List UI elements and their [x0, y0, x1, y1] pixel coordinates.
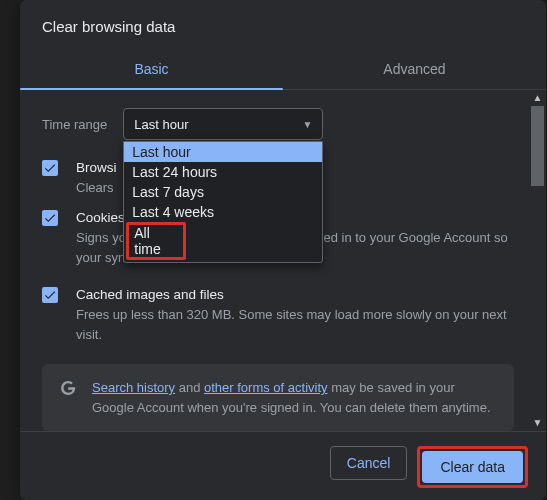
- checkbox-cache[interactable]: [42, 287, 58, 303]
- link-search-history[interactable]: Search history: [92, 380, 175, 395]
- time-range-selected: Last hour: [134, 117, 188, 132]
- time-range-option-last-7-days[interactable]: Last 7 days: [124, 182, 322, 202]
- scrollbar[interactable]: ▲ ▼: [531, 93, 544, 428]
- checkbox-cookies[interactable]: [42, 210, 58, 226]
- time-range-option-last-4-weeks[interactable]: Last 4 weeks: [124, 202, 322, 222]
- highlight-clear-data: Clear data: [417, 446, 528, 488]
- time-range-option-all-time[interactable]: All time: [126, 222, 186, 260]
- google-icon: [58, 378, 78, 398]
- time-range-option-last-hour[interactable]: Last hour: [124, 142, 322, 162]
- scroll-thumb[interactable]: [531, 106, 544, 186]
- tab-advanced[interactable]: Advanced: [283, 49, 546, 89]
- time-range-listbox: Last hour Last 24 hours Last 7 days Last…: [123, 141, 323, 263]
- time-range-label: Time range: [42, 117, 107, 132]
- link-other-activity[interactable]: other forms of activity: [204, 380, 328, 395]
- clear-data-button[interactable]: Clear data: [422, 451, 523, 483]
- cancel-button[interactable]: Cancel: [330, 446, 408, 480]
- browsing-history-title: Browsi: [76, 158, 117, 178]
- scroll-up-icon[interactable]: ▲: [533, 93, 543, 103]
- tab-bar: Basic Advanced: [20, 49, 546, 90]
- time-range-option-last-24-hours[interactable]: Last 24 hours: [124, 162, 322, 182]
- checkbox-browsing-history[interactable]: [42, 160, 58, 176]
- tab-basic[interactable]: Basic: [20, 49, 283, 89]
- info-box: Search history and other forms of activi…: [42, 364, 514, 431]
- time-range-button[interactable]: Last hour ▼: [123, 108, 323, 140]
- time-range-dropdown[interactable]: Last hour ▼ Last hour Last 24 hours Last…: [123, 108, 323, 140]
- checkbox-row-cache: Cached images and files Frees up less th…: [42, 285, 524, 344]
- cache-title: Cached images and files: [76, 285, 524, 305]
- dialog-title: Clear browsing data: [20, 0, 546, 49]
- chevron-down-icon: ▼: [302, 119, 312, 130]
- cache-desc: Frees up less than 320 MB. Some sites ma…: [76, 305, 524, 344]
- info-text: Search history and other forms of activi…: [92, 378, 498, 417]
- browsing-history-desc: Clears: [76, 178, 117, 198]
- clear-browsing-data-dialog: Clear browsing data Basic Advanced ▲ ▼ T…: [20, 0, 546, 500]
- scroll-down-icon[interactable]: ▼: [533, 418, 543, 428]
- dialog-footer: Cancel Clear data: [20, 431, 546, 500]
